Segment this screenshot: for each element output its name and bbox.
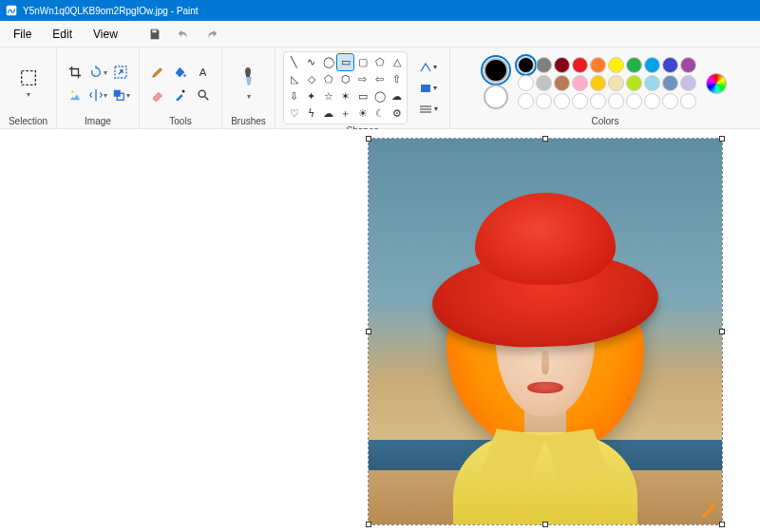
shape-rounded-rect-callout[interactable]: ▭	[354, 88, 370, 104]
color-swatch-20[interactable]	[518, 93, 534, 109]
shape-width-dropdown[interactable]: ▾	[415, 100, 442, 119]
shape-six-point-star[interactable]: ✶	[337, 88, 353, 104]
resize-handle-ne[interactable]	[719, 136, 725, 142]
selection-frame[interactable]	[368, 138, 723, 525]
menu-view[interactable]: View	[84, 24, 127, 45]
resize-button[interactable]	[110, 62, 131, 83]
canvas-area[interactable]	[0, 129, 760, 532]
save-button[interactable]	[142, 23, 167, 46]
shape-diamond[interactable]: ◇	[303, 71, 319, 87]
color-swatch-8[interactable]	[662, 57, 678, 73]
pencil-tool[interactable]	[147, 62, 168, 83]
shape-right-arrow[interactable]: ⇨	[354, 71, 370, 87]
shape-cloud-callout[interactable]: ☁	[389, 88, 405, 104]
text-tool[interactable]: A	[193, 62, 214, 83]
shape-rectangle[interactable]: ▭	[337, 54, 353, 70]
color-swatch-4[interactable]	[590, 57, 606, 73]
edit-colors-button[interactable]	[706, 73, 727, 94]
shape-outline-dropdown[interactable]: ▾	[415, 58, 442, 77]
color-swatch-5[interactable]	[608, 57, 624, 73]
shape-hexagon[interactable]: ⬡	[337, 71, 353, 87]
color-swatch-21[interactable]	[536, 93, 552, 109]
foreground-color-swatch[interactable]	[484, 58, 508, 83]
shape-up-arrow[interactable]: ⇧	[389, 71, 405, 87]
shape-down-arrow[interactable]: ⇩	[286, 88, 302, 104]
shape-heart[interactable]: ♡	[286, 105, 302, 122]
shape-left-arrow[interactable]: ⇦	[371, 71, 388, 87]
shape-polygon[interactable]: ⬠	[371, 54, 388, 70]
color-swatch-25[interactable]	[608, 93, 624, 109]
group-image: ▾ ▾ ▾ Image	[57, 48, 140, 128]
resize-handle-nw[interactable]	[366, 136, 371, 142]
magnifier-tool[interactable]	[193, 85, 214, 105]
shape-oval[interactable]: ◯	[320, 54, 336, 70]
menu-file[interactable]: File	[4, 24, 41, 45]
color-swatch-10[interactable]	[518, 75, 534, 91]
color-picker-tool[interactable]	[170, 85, 191, 105]
resize-handle-n[interactable]	[542, 136, 548, 142]
redo-button[interactable]	[200, 23, 224, 46]
selection-tool-button[interactable]: ▾	[12, 59, 45, 108]
resize-handle-e[interactable]	[719, 329, 725, 334]
shape-oval-callout[interactable]: ◯	[371, 88, 388, 104]
color-swatch-19[interactable]	[680, 75, 696, 91]
shape-line[interactable]: ╲	[286, 54, 302, 70]
color-swatch-7[interactable]	[644, 57, 660, 73]
svg-text:A: A	[200, 66, 207, 78]
shape-plus[interactable]: ＋	[337, 105, 353, 122]
shape-cloud[interactable]: ☁	[320, 105, 336, 122]
shape-five-point-star[interactable]: ☆	[320, 88, 336, 104]
color-swatch-28[interactable]	[662, 93, 678, 109]
color-swatch-3[interactable]	[572, 57, 588, 73]
color-swatch-11[interactable]	[536, 75, 552, 91]
color-swatch-23[interactable]	[572, 93, 588, 109]
shape-sun[interactable]: ☀	[354, 105, 370, 122]
color-swatch-2[interactable]	[554, 57, 570, 73]
color-swatch-13[interactable]	[572, 75, 588, 91]
color-swatch-24[interactable]	[590, 93, 606, 109]
group-label-colors: Colors	[592, 116, 619, 126]
group-label-tools: Tools	[169, 116, 191, 126]
color-swatch-15[interactable]	[608, 75, 624, 91]
undo-button[interactable]	[171, 23, 196, 46]
flip-button[interactable]: ▾	[87, 85, 108, 105]
background-color-swatch[interactable]	[484, 85, 508, 109]
color-swatch-0[interactable]	[518, 57, 534, 73]
menu-edit[interactable]: Edit	[43, 24, 82, 45]
resize-handle-se[interactable]	[719, 522, 725, 527]
resize-handle-w[interactable]	[366, 329, 371, 334]
color-swatch-18[interactable]	[662, 75, 678, 91]
shape-lightning[interactable]: ϟ	[303, 105, 319, 122]
shape-gear[interactable]: ⚙	[389, 105, 405, 122]
brushes-button[interactable]: ▾	[233, 59, 265, 108]
shape-pentagon[interactable]: ⬠	[320, 71, 336, 87]
color-swatch-22[interactable]	[554, 93, 570, 109]
eraser-tool[interactable]	[147, 85, 168, 105]
group-tools: A Tools	[140, 48, 222, 128]
color-swatch-1[interactable]	[536, 57, 552, 73]
rotate-button[interactable]: ▾	[87, 62, 108, 83]
fill-tool[interactable]	[170, 62, 191, 83]
resize-handle-sw[interactable]	[366, 522, 371, 527]
color-swatch-6[interactable]	[626, 57, 642, 73]
remove-background-button[interactable]	[65, 85, 86, 105]
invert-selection-button[interactable]: ▾	[110, 85, 131, 105]
shape-right-triangle[interactable]: ◺	[286, 71, 302, 87]
shape-triangle[interactable]: △	[389, 54, 405, 70]
svg-point-9	[199, 90, 205, 97]
shape-moon[interactable]: ☾	[371, 105, 388, 122]
shape-fill-dropdown[interactable]: ▾	[415, 79, 442, 98]
shape-rounded-rectangle[interactable]: ▢	[354, 54, 370, 70]
color-swatch-9[interactable]	[680, 57, 696, 73]
color-swatch-14[interactable]	[590, 75, 606, 91]
shape-curve[interactable]: ∿	[303, 54, 319, 70]
shape-four-point-star[interactable]: ✦	[303, 88, 319, 104]
color-swatch-26[interactable]	[626, 93, 642, 109]
color-swatch-16[interactable]	[626, 75, 642, 91]
color-swatch-27[interactable]	[644, 93, 660, 109]
color-swatch-29[interactable]	[680, 93, 696, 109]
resize-handle-s[interactable]	[542, 522, 548, 527]
color-swatch-17[interactable]	[644, 75, 660, 91]
color-swatch-12[interactable]	[554, 75, 570, 91]
crop-button[interactable]	[65, 62, 86, 83]
